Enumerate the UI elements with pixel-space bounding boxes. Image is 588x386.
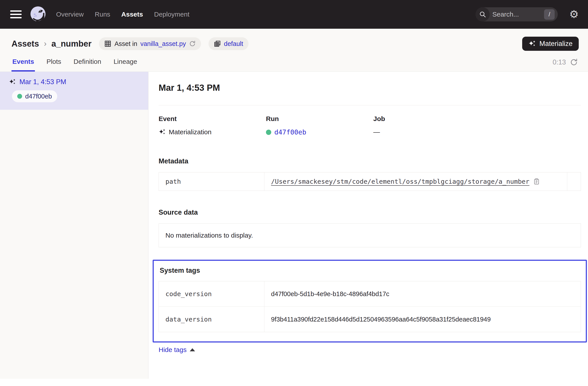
job-empty-value: — bbox=[373, 128, 380, 136]
copy-icon[interactable] bbox=[533, 178, 540, 185]
breadcrumb-separator: › bbox=[44, 39, 47, 48]
breadcrumb-assets-link[interactable]: Assets bbox=[11, 39, 39, 49]
stacked-grid-icon bbox=[214, 40, 221, 47]
metadata-heading: Metadata bbox=[159, 157, 581, 165]
source-data-empty-message: No materializations to display. bbox=[159, 223, 581, 247]
run-id-label: d47f00eb bbox=[25, 93, 52, 100]
divider bbox=[159, 105, 581, 105]
metadata-section: Metadata path /Users/smackesey/stm/code/… bbox=[159, 157, 581, 191]
table-row: path /Users/smackesey/stm/code/elementl/… bbox=[159, 172, 581, 191]
materialization-sparkle-icon bbox=[9, 78, 16, 85]
event-column-label: Event bbox=[159, 115, 266, 122]
materialize-button[interactable]: Materialize bbox=[522, 37, 579, 51]
metadata-key: path bbox=[159, 172, 264, 191]
code-location-prefix: Asset in bbox=[114, 40, 137, 47]
breadcrumb: Assets › a_number Asset in vanilla_asset… bbox=[0, 29, 588, 52]
tag-key: code_version bbox=[159, 281, 264, 306]
run-id-chip[interactable]: d47f00eb bbox=[12, 90, 57, 102]
nav-overview[interactable]: Overview bbox=[56, 11, 84, 18]
code-location-file-link[interactable]: vanilla_asset.py bbox=[140, 40, 186, 47]
tag-value: d47f00eb-5d1b-4e9e-b18c-4896af4bd17c bbox=[264, 281, 581, 306]
code-location-badge: Asset in vanilla_asset.py bbox=[99, 37, 201, 50]
top-nav-bar: Overview Runs Assets Deployment / ⚙ bbox=[0, 0, 588, 29]
search-icon bbox=[476, 7, 490, 21]
gear-icon[interactable]: ⚙ bbox=[569, 9, 579, 20]
nav-deployment[interactable]: Deployment bbox=[154, 11, 189, 18]
run-column-label: Run bbox=[266, 115, 373, 122]
source-data-heading: Source data bbox=[159, 208, 581, 216]
event-summary: Event Materialization Run d bbox=[159, 115, 581, 136]
run-id-link[interactable]: d47f00eb bbox=[274, 128, 306, 136]
tag-value: 9f3b411a390fd22e158d446d5d12504963596aa6… bbox=[264, 307, 581, 332]
source-data-section: Source data No materializations to displ… bbox=[159, 208, 581, 247]
tab-plots[interactable]: Plots bbox=[45, 55, 62, 72]
reload-location-icon[interactable] bbox=[189, 41, 196, 47]
sparkle-icon bbox=[528, 40, 536, 47]
event-timestamp-link[interactable]: Mar 1, 4:53 PM bbox=[20, 78, 66, 86]
asset-header: Assets › a_number Asset in vanilla_asset… bbox=[0, 29, 588, 72]
event-list-item[interactable]: Mar 1, 4:53 PM d47f00eb bbox=[0, 72, 148, 110]
tab-events[interactable]: Events bbox=[11, 55, 35, 72]
run-status-dot bbox=[266, 130, 271, 135]
table-grid-icon bbox=[104, 40, 111, 47]
collapse-arrow-icon bbox=[190, 348, 195, 351]
dagster-logo-icon[interactable] bbox=[29, 5, 47, 23]
refresh-timer: 0:13 bbox=[553, 58, 578, 72]
table-row: code_version d47f00eb-5d1b-4e9e-b18c-489… bbox=[159, 281, 581, 307]
asset-tabs: Events Plots Definition Lineage 0:13 bbox=[0, 52, 588, 72]
asset-name: a_number bbox=[51, 39, 92, 49]
table-row: data_version 9f3b411a390fd22e158d446d5d1… bbox=[159, 307, 581, 332]
primary-nav: Overview Runs Assets Deployment bbox=[56, 11, 189, 18]
metadata-table: path /Users/smackesey/stm/code/elementl/… bbox=[159, 172, 581, 191]
system-tags-highlight-box: System tags code_version d47f00eb-5d1b-4… bbox=[153, 260, 587, 343]
system-tags-table: code_version d47f00eb-5d1b-4e9e-b18c-489… bbox=[159, 281, 581, 332]
hide-tags-label: Hide tags bbox=[159, 346, 187, 354]
refresh-countdown: 0:13 bbox=[553, 58, 566, 66]
job-column-label: Job bbox=[373, 115, 581, 122]
materialize-button-label: Materialize bbox=[539, 40, 572, 48]
metadata-row-action-cell bbox=[567, 172, 581, 191]
run-status-dot bbox=[17, 94, 22, 99]
tag-key: data_version bbox=[159, 307, 264, 332]
search-shortcut-key: / bbox=[544, 9, 555, 20]
metadata-path-link[interactable]: /Users/smackesey/stm/code/elementl/oss/t… bbox=[271, 178, 529, 185]
asset-group-badge: default bbox=[209, 37, 249, 50]
events-sidebar: Mar 1, 4:53 PM d47f00eb bbox=[0, 72, 148, 379]
event-title: Mar 1, 4:53 PM bbox=[159, 83, 581, 93]
nav-runs[interactable]: Runs bbox=[95, 11, 110, 18]
search-input[interactable] bbox=[490, 11, 544, 18]
search-box[interactable]: / bbox=[476, 7, 558, 21]
materialization-sparkle-icon bbox=[159, 128, 166, 136]
nav-assets[interactable]: Assets bbox=[121, 11, 143, 18]
menu-icon[interactable] bbox=[10, 9, 22, 20]
event-type-value: Materialization bbox=[169, 128, 211, 136]
event-detail-panel: Mar 1, 4:53 PM Event Materialization bbox=[148, 72, 588, 379]
hide-tags-link[interactable]: Hide tags bbox=[159, 346, 195, 354]
tab-definition[interactable]: Definition bbox=[73, 55, 102, 72]
refresh-icon[interactable] bbox=[570, 58, 578, 66]
system-tags-heading: System tags bbox=[160, 266, 581, 274]
asset-group-link[interactable]: default bbox=[224, 40, 243, 47]
tab-lineage[interactable]: Lineage bbox=[113, 55, 138, 72]
